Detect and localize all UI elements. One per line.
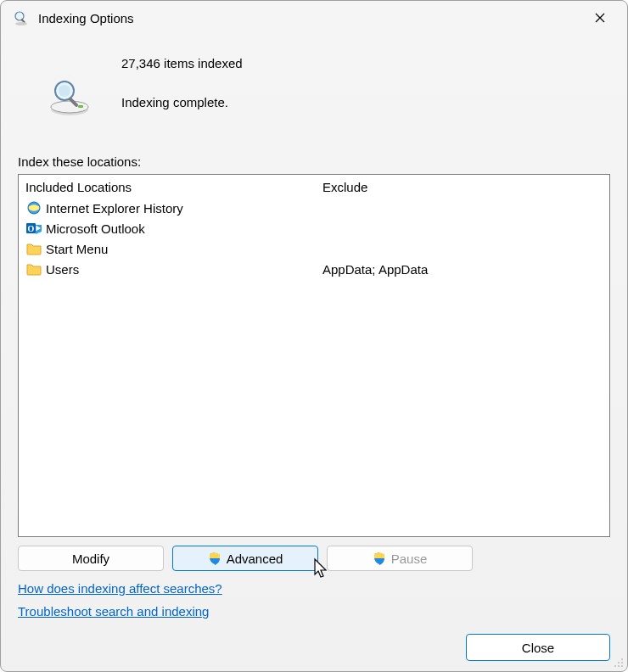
pause-button: Pause bbox=[327, 546, 473, 571]
window-title: Indexing Options bbox=[38, 11, 581, 25]
close-button[interactable]: Close bbox=[466, 634, 610, 661]
location-label: Internet Explorer History bbox=[46, 201, 183, 216]
magnifier-drive-icon bbox=[46, 77, 93, 120]
close-window-button[interactable] bbox=[581, 4, 619, 31]
svg-point-7 bbox=[59, 85, 70, 97]
folder-icon bbox=[25, 260, 42, 277]
location-label: Start Menu bbox=[46, 242, 108, 256]
location-row[interactable]: Users bbox=[24, 259, 311, 279]
svg-point-15 bbox=[621, 662, 623, 664]
svg-point-16 bbox=[614, 665, 616, 667]
ie-icon bbox=[25, 199, 42, 216]
troubleshoot-link[interactable]: Troubleshoot search and indexing bbox=[18, 604, 209, 619]
app-icon bbox=[13, 9, 30, 26]
close-button-label: Close bbox=[522, 641, 554, 655]
exclude-cell bbox=[321, 198, 604, 218]
location-row[interactable]: Start Menu bbox=[24, 238, 311, 259]
exclude-cell bbox=[321, 238, 604, 259]
svg-point-18 bbox=[621, 665, 623, 667]
advanced-button[interactable]: Advanced bbox=[172, 546, 318, 571]
svg-point-0 bbox=[15, 12, 24, 20]
dialog-content: 27,346 items indexed Indexing complete. … bbox=[1, 35, 627, 671]
indexing-options-dialog: Indexing Options bbox=[0, 0, 628, 672]
location-row[interactable]: Internet Explorer History bbox=[24, 198, 311, 218]
svg-point-17 bbox=[618, 665, 620, 667]
locations-list[interactable]: Included Locations Internet Explorer His… bbox=[18, 174, 610, 537]
svg-rect-5 bbox=[78, 105, 83, 108]
dialog-footer: Close bbox=[18, 634, 610, 661]
help-links: How does indexing affect searches? Troub… bbox=[18, 581, 610, 619]
close-icon bbox=[595, 13, 605, 23]
svg-point-14 bbox=[618, 662, 620, 664]
exclude-header[interactable]: Exclude bbox=[321, 178, 604, 198]
svg-point-2 bbox=[15, 22, 27, 25]
uac-shield-icon bbox=[208, 552, 221, 565]
status-area: 27,346 items indexed Indexing complete. bbox=[18, 35, 610, 144]
how-indexing-affects-link[interactable]: How does indexing affect searches? bbox=[18, 581, 222, 596]
exclude-cell: AppData; AppData bbox=[321, 259, 604, 279]
location-label: Microsoft Outlook bbox=[46, 221, 145, 236]
location-row[interactable]: O Microsoft Outlook bbox=[24, 218, 311, 238]
resize-grip[interactable] bbox=[612, 656, 624, 668]
action-button-row: Modify Advanced Pause bbox=[18, 546, 610, 571]
svg-text:O: O bbox=[28, 224, 35, 233]
outlook-icon: O bbox=[25, 220, 42, 237]
titlebar: Indexing Options bbox=[1, 1, 627, 35]
exclude-cell bbox=[321, 218, 604, 238]
svg-point-13 bbox=[621, 658, 623, 660]
modify-button-label: Modify bbox=[72, 552, 109, 566]
uac-shield-icon bbox=[373, 552, 386, 565]
indexing-state: Indexing complete. bbox=[121, 92, 610, 113]
locations-label: Index these locations: bbox=[18, 154, 610, 169]
pause-button-label: Pause bbox=[391, 552, 428, 566]
location-label: Users bbox=[46, 262, 79, 277]
modify-button[interactable]: Modify bbox=[18, 546, 164, 571]
folder-icon bbox=[25, 240, 42, 257]
included-locations-header[interactable]: Included Locations bbox=[24, 178, 311, 198]
advanced-button-label: Advanced bbox=[227, 552, 283, 566]
items-indexed-count: 27,346 items indexed bbox=[121, 53, 610, 74]
